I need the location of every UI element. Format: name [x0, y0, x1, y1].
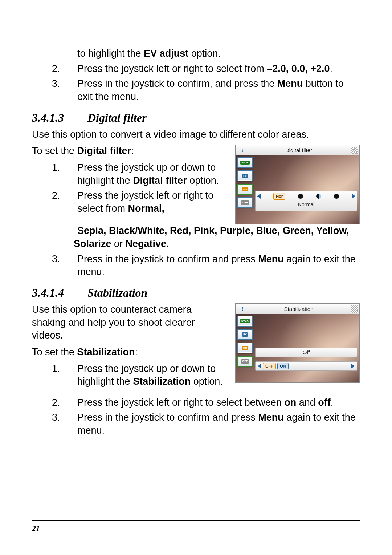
list-number: 3.: [32, 411, 77, 437]
arrow-left-icon[interactable]: [258, 364, 261, 369]
df-step3: Press in the joystick to confirm and pre…: [77, 253, 360, 279]
section-number: 3.4.1.4: [32, 285, 85, 300]
digital-filter-steps: 1. Press the joystick up or down to high…: [32, 161, 226, 215]
df-step1: Press the joystick up or down to highlig…: [77, 161, 226, 187]
digital-filter-block: To set the Digital filter: 1. Press the …: [32, 145, 360, 224]
ui-titlebar: ⁞⁞⁞ Stabilization: [236, 304, 359, 314]
ev-cont-text: to highlight the EV adjust option.: [77, 47, 360, 60]
chip-off[interactable]: OFF: [237, 356, 253, 367]
chip-nor[interactable]: Nor: [237, 184, 253, 195]
stabilization-intro: Use this option to counteract camera sha…: [32, 303, 226, 342]
chip-off[interactable]: OFF: [237, 197, 253, 208]
option-sublabel: Normal: [257, 201, 355, 208]
arrow-left-icon[interactable]: [257, 194, 261, 199]
list-number: 2.: [32, 396, 77, 409]
list-number: 2.: [32, 62, 77, 76]
stab-option-strip: OFF ON: [255, 361, 357, 371]
ev-step3: Press in the joystick to confirm, and pr…: [77, 77, 360, 103]
screenshot-stabilization: ⁞⁞⁞ Stabilization SVGA EV Nor OFF Off OF…: [235, 303, 360, 383]
stab-status-strip: Off: [255, 348, 357, 357]
grid-icon: ⁞⁞⁞: [237, 305, 246, 313]
resize-corner-icon: [351, 147, 358, 154]
list-number: 3.: [32, 77, 77, 103]
half-dot-icon[interactable]: [316, 194, 321, 199]
ev-step2: Press the joystick left or right to sele…: [77, 62, 360, 76]
ui-sidebar: SVGA EV Nor OFF: [237, 316, 253, 367]
option-on[interactable]: ON: [277, 363, 289, 370]
chip-svga[interactable]: SVGA: [237, 316, 253, 327]
df-step2-partial: Press the joystick left or right to sele…: [77, 189, 226, 215]
section-title: Stabilization: [87, 286, 147, 299]
filter-option-strip: Nor Normal: [255, 191, 357, 211]
stabilization-steps: 1. Press the joystick up or down to high…: [32, 362, 226, 388]
list-number: 3.: [32, 253, 77, 279]
section-title: Digital filter: [87, 111, 147, 124]
chip-nor[interactable]: Nor: [237, 343, 253, 353]
page-content: 0. to highlight the EV adjust option. 2.…: [32, 47, 360, 514]
ev-steps-continued: 0. to highlight the EV adjust option. 2.…: [32, 47, 360, 104]
list-number: 1.: [32, 362, 77, 388]
list-number: 2.: [32, 189, 77, 215]
ui-sidebar: SVGA EV Nor OFF: [237, 157, 253, 208]
df-step2-cont: Sepia, Black/White, Red, Pink, Purple, B…: [32, 224, 360, 250]
stabilization-steps-cont: 2. Press the joystick left or right to s…: [32, 396, 360, 437]
digital-filter-intro: Use this option to convert a video image…: [32, 128, 360, 141]
stab-step1: Press the joystick up or down to highlig…: [77, 362, 226, 388]
stab-status: Off: [303, 349, 310, 356]
section-heading-digital-filter: 3.4.1.3 Digital filter: [32, 110, 360, 125]
chip-ev[interactable]: EV: [237, 329, 253, 340]
resize-corner-icon: [351, 305, 358, 313]
arrow-right-icon[interactable]: [351, 364, 355, 369]
stabilization-toset: To set the Stabilization:: [32, 346, 226, 359]
dot-icon[interactable]: [334, 194, 339, 199]
footer-rule: [32, 520, 360, 521]
ui-title: Stabilization: [246, 305, 351, 313]
digital-filter-steps-cont: 3. Press in the joystick to confirm and …: [32, 253, 360, 279]
stabilization-block: Use this option to counteract camera sha…: [32, 303, 360, 395]
digital-filter-toset: To set the Digital filter:: [32, 145, 226, 158]
grid-icon: ⁞⁞⁞: [237, 146, 246, 154]
option-selected[interactable]: Nor: [273, 193, 285, 200]
section-heading-stabilization: 3.4.1.4 Stabilization: [32, 285, 360, 300]
chip-svga[interactable]: SVGA: [237, 157, 253, 168]
stab-step2: Press the joystick left or right to sele…: [77, 396, 360, 409]
stab-step3: Press in the joystick to confirm and pre…: [77, 411, 360, 437]
ui-titlebar: ⁞⁞⁞ Digital filter: [236, 145, 359, 155]
list-number: 1.: [32, 161, 77, 187]
page-number: 21: [32, 524, 360, 533]
arrow-right-icon[interactable]: [352, 194, 355, 199]
ui-title: Digital filter: [246, 147, 351, 154]
section-number: 3.4.1.3: [32, 110, 85, 125]
option-off[interactable]: OFF: [263, 363, 276, 370]
screenshot-digital-filter: ⁞⁞⁞ Digital filter SVGA EV Nor OFF Nor: [235, 145, 360, 224]
dot-icon[interactable]: [298, 194, 303, 199]
chip-ev[interactable]: EV: [237, 170, 253, 181]
manual-page: 0. to highlight the EV adjust option. 2.…: [0, 0, 392, 555]
